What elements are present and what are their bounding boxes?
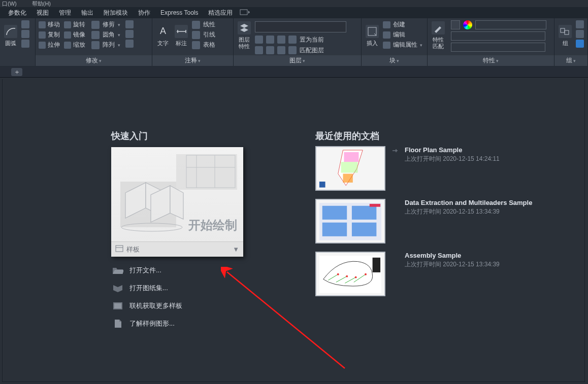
layer-tool8-icon[interactable] bbox=[288, 46, 297, 54]
leader-button[interactable]: 引线 bbox=[192, 30, 215, 39]
arc-icon bbox=[4, 25, 17, 38]
dimension-button[interactable]: 标注 bbox=[174, 20, 189, 51]
linear-dim-button[interactable]: 线性 bbox=[192, 20, 215, 29]
insert-icon bbox=[366, 25, 379, 38]
svg-rect-21 bbox=[322, 223, 347, 236]
ellipse-icon[interactable] bbox=[21, 20, 29, 28]
mirror-button[interactable]: 镜像 bbox=[64, 30, 85, 39]
rotate-button[interactable]: 旋转 bbox=[64, 20, 85, 29]
recent-name-2: Assembly Sample bbox=[405, 252, 500, 259]
modify-icon3[interactable] bbox=[125, 40, 134, 48]
menu-express[interactable]: Express Tools bbox=[155, 8, 203, 18]
insert-block-button[interactable]: 插入 bbox=[365, 20, 380, 51]
group-button[interactable]: 组 bbox=[558, 20, 573, 51]
svg-point-29 bbox=[337, 273, 339, 275]
ribbon: 圆弧 绘图 移动 旋转 复制 镜像 拉伸 缩放 修剪 ▾ 圆角 ▾ 阵 bbox=[0, 18, 588, 66]
recent-docs-title: 最近使用的文档 bbox=[315, 130, 574, 142]
hatch-icon[interactable] bbox=[21, 30, 29, 38]
block-group-label[interactable]: 块 bbox=[362, 55, 427, 66]
start-drawing-card[interactable]: 开始绘制 样板 ▼ bbox=[111, 147, 243, 257]
folder-open-icon bbox=[112, 266, 123, 275]
menu-manage[interactable]: 管理 bbox=[54, 7, 76, 19]
menu-output[interactable]: 输出 bbox=[76, 7, 99, 19]
svg-rect-17 bbox=[319, 182, 325, 188]
open-file-link[interactable]: 打开文件... bbox=[111, 264, 253, 277]
modify-group-label[interactable]: 修改 bbox=[36, 55, 152, 66]
layer-tool7-icon[interactable] bbox=[277, 46, 285, 54]
quick-start-title: 快速入门 bbox=[111, 130, 253, 142]
templates-online-icon bbox=[112, 301, 123, 310]
window-menu-label[interactable]: 口(W) bbox=[2, 0, 17, 7]
pin-icon[interactable] bbox=[391, 146, 399, 156]
menu-view[interactable]: 视图 bbox=[31, 7, 54, 19]
lineweight-combo[interactable] bbox=[451, 43, 545, 52]
start-drawing-label: 开始绘制 bbox=[188, 217, 237, 233]
recent-time-2: 上次打开时间 2020-12-15 13:34:39 bbox=[405, 260, 500, 269]
menu-collab[interactable]: 协作 bbox=[133, 7, 155, 19]
table-button[interactable]: 表格 bbox=[192, 41, 215, 49]
template-dropdown[interactable]: 样板 ▼ bbox=[111, 241, 243, 257]
block-create-button[interactable]: 创建 bbox=[383, 20, 422, 29]
linetype-combo[interactable] bbox=[451, 31, 545, 41]
group-group-label[interactable]: 组 bbox=[554, 55, 587, 66]
block-edit-attr-button[interactable]: 编辑属性 ▾ bbox=[383, 41, 422, 49]
open-sheetset-link[interactable]: 打开图纸集... bbox=[111, 282, 253, 295]
modify-icon2[interactable] bbox=[125, 30, 134, 38]
layer-tool1-icon[interactable] bbox=[255, 36, 263, 44]
svg-rect-4 bbox=[186, 155, 235, 188]
more-templates-link[interactable]: 联机获取更多样板 bbox=[111, 299, 253, 312]
sheetset-icon bbox=[112, 284, 123, 293]
recent-thumb-1 bbox=[315, 199, 385, 243]
menu-addin[interactable]: 附加模块 bbox=[99, 7, 133, 19]
layer-group-label[interactable]: 图层 bbox=[234, 55, 361, 66]
annotate-group-label[interactable]: 注释 bbox=[152, 55, 233, 66]
recent-time-1: 上次打开时间 2020-12-15 13:34:39 bbox=[405, 207, 532, 216]
recent-thumb-0 bbox=[315, 146, 385, 191]
new-tab-button[interactable]: ＋ bbox=[11, 68, 22, 76]
svg-rect-22 bbox=[352, 223, 376, 236]
layer-combo[interactable] bbox=[255, 21, 346, 32]
help-menu-label[interactable]: 帮助(H) bbox=[32, 0, 51, 7]
appearance-icon[interactable] bbox=[240, 9, 250, 17]
document-tab-strip: ＋ bbox=[0, 66, 588, 78]
arc-button[interactable]: 圆弧 bbox=[3, 20, 18, 51]
svg-point-32 bbox=[365, 273, 367, 275]
array-button[interactable]: 阵列 ▾ bbox=[91, 41, 120, 49]
layer-properties-button[interactable]: 图层 特性 bbox=[237, 20, 252, 51]
stretch-button[interactable]: 拉伸 bbox=[39, 41, 60, 49]
svg-marker-8 bbox=[125, 183, 146, 218]
layer-tool2-icon[interactable] bbox=[266, 36, 274, 44]
group-tool1-icon[interactable] bbox=[576, 20, 584, 28]
menu-parametric[interactable]: 参数化 bbox=[3, 7, 31, 19]
layer-match-button[interactable]: 匹配图层 bbox=[300, 46, 324, 55]
scale-button[interactable]: 缩放 bbox=[64, 41, 85, 49]
recent-item-2[interactable]: Assembly Sample 上次打开时间 2020-12-15 13:34:… bbox=[315, 252, 574, 296]
layer-tool5-icon[interactable] bbox=[255, 46, 263, 54]
rectangle-icon[interactable] bbox=[21, 40, 29, 48]
properties-group-label[interactable]: 特性 bbox=[428, 55, 554, 66]
learn-samples-link[interactable]: 了解样例图形... bbox=[111, 317, 253, 330]
color-combo[interactable] bbox=[475, 20, 546, 29]
recent-item-0[interactable]: Floor Plan Sample 上次打开时间 2020-12-15 14:2… bbox=[315, 146, 574, 191]
template-icon bbox=[115, 245, 123, 254]
block-edit-button[interactable]: 编辑 bbox=[383, 30, 422, 39]
color-picker-icon[interactable] bbox=[463, 20, 472, 29]
group-tool3-icon[interactable] bbox=[576, 40, 584, 48]
group-tool2-icon[interactable] bbox=[576, 30, 584, 38]
trim-button[interactable]: 修剪 ▾ bbox=[91, 20, 120, 29]
copy-button[interactable]: 复制 bbox=[39, 30, 60, 39]
layer-tool3-icon[interactable] bbox=[277, 36, 285, 44]
layer-set-current-button[interactable]: 置为当前 bbox=[300, 36, 324, 44]
text-button[interactable]: A 文字 bbox=[155, 20, 171, 51]
match-properties-button[interactable]: 特性 匹配 bbox=[431, 20, 446, 51]
layer-tool6-icon[interactable] bbox=[266, 46, 274, 54]
recent-item-1[interactable]: Data Extraction and Multileaders Sample … bbox=[315, 199, 574, 243]
menu-featured[interactable]: 精选应用 bbox=[203, 7, 238, 19]
move-button[interactable]: 移动 bbox=[39, 20, 60, 29]
modify-icon1[interactable] bbox=[125, 20, 134, 28]
prop-box-icon[interactable] bbox=[451, 20, 460, 29]
svg-rect-20 bbox=[352, 206, 376, 220]
svg-point-12 bbox=[121, 223, 182, 231]
fillet-button[interactable]: 圆角 ▾ bbox=[91, 30, 120, 39]
layer-tool4-icon[interactable] bbox=[288, 36, 297, 44]
